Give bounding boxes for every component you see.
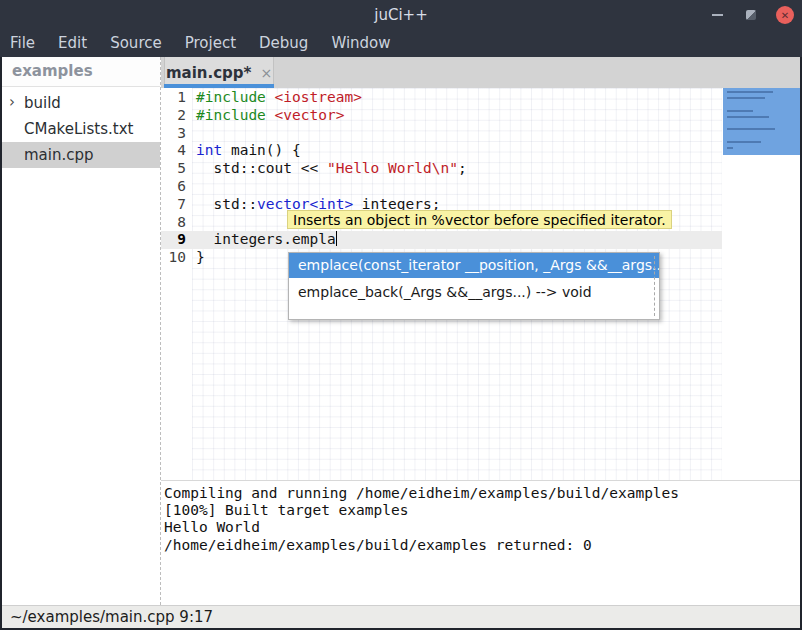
output-line: Compiling and running /home/eidheim/exam… <box>164 485 800 502</box>
line-number: 10 <box>161 249 192 267</box>
statusbar: ~/examples/main.cpp 9:17 <box>2 605 800 628</box>
build-output-panel: Compiling and running /home/eidheim/exam… <box>161 481 800 605</box>
line-number: 9 <box>161 231 192 249</box>
output-line: /home/eidheim/examples/build/examples re… <box>164 537 800 554</box>
menu-item-debug[interactable]: Debug <box>259 30 308 57</box>
completion-scrollbar[interactable] <box>654 256 655 316</box>
minimap-line <box>727 110 753 112</box>
sidebar-item-main-cpp[interactable]: main.cpp <box>2 142 160 168</box>
code-line[interactable]: 9 integers.empla <box>161 231 722 249</box>
code-line[interactable]: 2#include <vector> <box>161 107 722 125</box>
menu-item-source[interactable]: Source <box>110 30 162 57</box>
code-token: <iostream> <box>275 89 362 105</box>
sidebar-item-build[interactable]: ›build <box>2 90 160 116</box>
minimize-button[interactable] <box>708 6 726 24</box>
tab-main-cpp[interactable]: main.cpp* × <box>164 57 274 88</box>
code-line[interactable]: 5 std::cout << "Hello World\n"; <box>161 160 722 178</box>
text-cursor <box>336 231 338 246</box>
minimap-line <box>727 147 733 149</box>
menu-item-window[interactable]: Window <box>331 30 390 57</box>
code-token: #include <box>196 89 266 105</box>
minimap-overview[interactable] <box>723 88 800 155</box>
menu-item-edit[interactable]: Edit <box>58 30 87 57</box>
code-token: <vector> <box>275 107 345 123</box>
sidebar-item-label: CMakeLists.txt <box>2 120 133 138</box>
code-token: #include <box>196 107 266 123</box>
completion-item[interactable]: emplace_back(_Args &&__args...) --> void <box>289 280 659 305</box>
code-text: #include <iostream> <box>192 89 362 107</box>
editor-column: main.cpp* × 1#include <iostream>2#includ… <box>160 57 800 605</box>
titlebar: juCi++ ✕ <box>0 0 802 30</box>
code-token <box>266 107 275 123</box>
code-token: "Hello World\n" <box>327 160 458 176</box>
restore-icon <box>746 10 756 20</box>
code-text: #include <vector> <box>192 107 344 125</box>
close-icon: ✕ <box>781 10 789 21</box>
titlebar-buttons: ✕ <box>708 0 794 30</box>
code-line[interactable]: 4int main() { <box>161 142 722 160</box>
tab-close-icon[interactable]: × <box>260 66 272 80</box>
line-number: 6 <box>161 178 192 196</box>
jucipp-window: juCi++ ✕ FileEditSourceProjectDebugWindo… <box>0 0 802 630</box>
sidebar-item-cmakelists-txt[interactable]: CMakeLists.txt <box>2 116 160 142</box>
sidebar-header: examples <box>2 57 160 87</box>
sidebar-item-label: main.cpp <box>2 146 94 164</box>
code-lines: 1#include <iostream>2#include <vector>34… <box>161 89 722 267</box>
chevron-right-icon[interactable]: › <box>9 93 15 111</box>
line-number: 3 <box>161 125 192 143</box>
line-number: 1 <box>161 89 192 107</box>
close-button[interactable]: ✕ <box>776 6 794 24</box>
code-text: } <box>192 249 205 267</box>
completion-popup: emplace(const_iterator __position, _Args… <box>288 252 660 320</box>
code-text <box>192 125 196 143</box>
menu-item-file[interactable]: File <box>10 30 35 57</box>
window-title: juCi++ <box>374 6 427 24</box>
code-text: int main() { <box>192 142 301 160</box>
code-token: main() { <box>222 142 301 158</box>
line-number: 7 <box>161 196 192 214</box>
code-token: } <box>196 249 205 265</box>
statusbar-location: ~/examples/main.cpp 9:17 <box>10 608 213 626</box>
code-token: std:: <box>196 196 257 212</box>
line-number: 8 <box>161 214 192 232</box>
minimize-icon <box>712 14 723 16</box>
code-token: std::cout << <box>196 160 327 176</box>
menubar: FileEditSourceProjectDebugWindow <box>0 30 802 57</box>
code-line[interactable]: 3 <box>161 125 722 143</box>
code-text <box>192 214 196 232</box>
restore-button[interactable] <box>742 6 760 24</box>
line-number: 4 <box>161 142 192 160</box>
tab-bar: main.cpp* × <box>161 57 800 88</box>
code-line[interactable]: 1#include <iostream> <box>161 89 722 107</box>
code-line[interactable]: 6 <box>161 178 722 196</box>
completion-item[interactable]: emplace(const_iterator __position, _Args… <box>289 253 659 278</box>
doc-tooltip: Inserts an object in %vector before spec… <box>287 210 672 229</box>
file-tree-sidebar: examples ›buildCMakeLists.txtmain.cpp <box>2 57 160 605</box>
output-line: [100%] Built target examples <box>164 502 800 519</box>
minimap-line <box>727 128 775 130</box>
code-token: int <box>196 142 222 158</box>
line-number: 2 <box>161 107 192 125</box>
code-token: ; <box>458 160 467 176</box>
minimap-line <box>727 141 761 143</box>
minimap-line <box>727 97 765 99</box>
code-token: integers.empla <box>196 231 336 247</box>
sidebar-items: ›buildCMakeLists.txtmain.cpp <box>2 87 160 168</box>
code-token <box>266 89 275 105</box>
output-line: Hello World <box>164 519 800 536</box>
minimap-line <box>727 116 769 118</box>
line-number: 5 <box>161 160 192 178</box>
code-text: integers.empla <box>192 231 337 249</box>
completion-items: emplace(const_iterator __position, _Args… <box>289 253 659 305</box>
code-text: std::cout << "Hello World\n"; <box>192 160 467 178</box>
code-editor[interactable]: 1#include <iostream>2#include <vector>34… <box>161 88 800 480</box>
tab-label: main.cpp* <box>166 64 251 82</box>
menu-item-project[interactable]: Project <box>185 30 236 57</box>
minimap-line <box>727 91 773 93</box>
code-text <box>192 178 196 196</box>
